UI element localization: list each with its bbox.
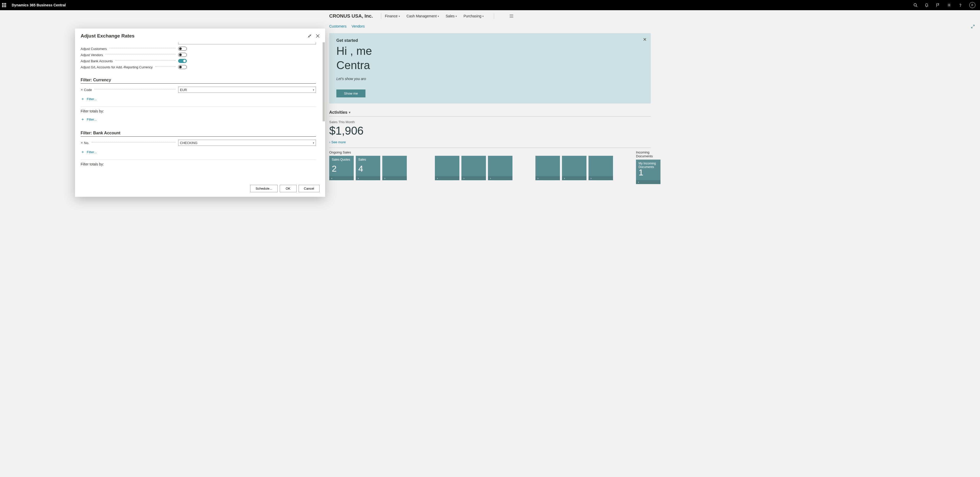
chevron-right-icon: › — [358, 177, 359, 180]
nav-cash-management[interactable]: Cash Management▾ — [407, 14, 439, 18]
adjust-gl-accounts-label: Adjust G/L Accounts for Add.-Reporting C… — [81, 65, 153, 69]
dotted-leader — [115, 60, 176, 61]
adjust-bank-accounts-label: Adjust Bank Accounts — [81, 59, 113, 63]
tile-number: 4 — [358, 164, 363, 174]
add-filter-currency[interactable]: ＋ Filter... — [81, 97, 316, 102]
topbar: Dynamics 365 Business Central F — [0, 0, 980, 10]
see-more-label: See more — [331, 140, 345, 144]
close-icon[interactable]: ✕ — [643, 37, 647, 42]
hero-subtext: Let's show you aro — [336, 77, 644, 81]
flag-icon[interactable] — [935, 3, 940, 7]
activities-header[interactable]: Activities ▾ — [329, 110, 651, 117]
adjust-customers-label: Adjust Customers — [81, 47, 107, 51]
bell-icon[interactable] — [924, 3, 929, 7]
chevron-right-icon: › — [638, 181, 639, 184]
ongoing-sales-title: Ongoing Sales — [329, 151, 407, 154]
nav-sales-label: Sales — [445, 14, 455, 18]
mid-group-2: › › › — [535, 151, 613, 184]
add-filter-label: Filter... — [87, 117, 97, 121]
ok-button[interactable]: OK — [280, 185, 297, 192]
tile-placeholder[interactable]: › — [461, 156, 486, 180]
tile-title: Sales — [358, 158, 378, 162]
show-me-button[interactable]: Show me — [336, 89, 366, 97]
search-icon[interactable] — [913, 3, 918, 7]
dialog-body[interactable]: x Adjust Customers Adjust Vendors Adjust… — [75, 42, 325, 181]
bank-no-combo[interactable]: CHECKING ▾ — [178, 140, 316, 146]
chevron-down-icon: ▾ — [438, 15, 439, 17]
dialog-title: Adjust Exchange Rates — [81, 33, 135, 39]
chevron-down-icon: ▾ — [482, 15, 484, 17]
page: CRONUS USA, Inc. Finance▾ Cash Managemen… — [0, 10, 980, 477]
code-label: Code — [84, 88, 92, 92]
tile-placeholder[interactable]: › — [535, 156, 560, 180]
document-no-input[interactable] — [178, 42, 316, 44]
tile-number: 2 — [332, 164, 337, 174]
see-more-link[interactable]: › See more — [329, 140, 651, 148]
cancel-button[interactable]: Cancel — [299, 185, 320, 192]
adjust-bank-accounts-toggle[interactable] — [178, 59, 187, 63]
bank-no-value: CHECKING — [180, 141, 197, 145]
svg-point-2 — [948, 5, 950, 6]
chevron-right-icon: › — [490, 177, 491, 180]
tile-sales-quotes[interactable]: Sales Quotes 2 › — [329, 156, 354, 180]
nav-purchasing[interactable]: Purchasing▾ — [463, 14, 484, 18]
close-icon[interactable] — [316, 34, 320, 38]
remove-filter-icon[interactable]: ✕ — [81, 141, 83, 144]
secnav-customers[interactable]: Customers — [329, 24, 347, 28]
tile-sales[interactable]: Sales 4 › — [356, 156, 380, 180]
plus-icon: ＋ — [81, 117, 85, 122]
schedule-button[interactable]: Schedule... — [250, 185, 277, 192]
dotted-leader — [105, 54, 176, 55]
tile-title: Sales Quotes — [332, 158, 351, 162]
avatar-initial: F — [972, 3, 974, 6]
adjust-vendors-toggle[interactable] — [178, 53, 187, 57]
help-icon[interactable] — [958, 3, 963, 7]
tile-placeholder[interactable]: › — [382, 156, 407, 180]
tile-placeholder[interactable]: › — [435, 156, 460, 180]
nav-sales[interactable]: Sales▾ — [445, 14, 457, 18]
app-launcher-icon[interactable] — [2, 3, 6, 7]
metric-value: $1,906 — [329, 124, 651, 137]
nav-finance-label: Finance — [385, 14, 398, 18]
company-row: CRONUS USA, Inc. Finance▾ Cash Managemen… — [329, 10, 651, 22]
add-filter-bank[interactable]: ＋ Filter... — [81, 149, 316, 155]
adjust-vendors-label: Adjust Vendors — [81, 53, 103, 57]
expand-icon[interactable] — [971, 24, 975, 29]
tile-placeholder[interactable]: › — [488, 156, 512, 180]
secnav-vendors[interactable]: Vendors — [352, 24, 365, 28]
chevron-down-icon: ▾ — [349, 111, 350, 114]
nav-finance[interactable]: Finance▾ — [385, 14, 400, 18]
plus-icon: ＋ — [81, 149, 85, 155]
chevron-down-icon: ▾ — [399, 15, 400, 17]
add-filter-currency-totals[interactable]: ＋ Filter... — [81, 117, 316, 122]
tile-my-incoming-documents[interactable]: My Incoming Documents 1 › — [636, 160, 660, 184]
adjust-gl-accounts-toggle[interactable] — [178, 65, 187, 69]
filter-totals-bank: Filter totals by: — [81, 159, 316, 166]
remove-filter-icon[interactable]: ✕ — [81, 88, 83, 92]
more-menu-icon[interactable] — [509, 14, 514, 17]
gear-icon[interactable] — [947, 3, 951, 7]
dotted-leader — [110, 48, 176, 48]
currency-code-value: EUR — [180, 88, 187, 92]
dialog-footer: Schedule... OK Cancel — [75, 181, 325, 197]
scrollbar[interactable] — [323, 42, 325, 121]
svg-line-1 — [916, 6, 917, 7]
tile-placeholder[interactable]: › — [562, 156, 587, 180]
svg-point-0 — [914, 3, 916, 6]
adjust-customers-toggle[interactable] — [178, 47, 187, 51]
collapse-icon[interactable] — [308, 34, 311, 38]
chevron-right-icon: › — [437, 177, 438, 180]
currency-code-combo[interactable]: EUR ▾ — [178, 87, 316, 93]
add-filter-label: Filter... — [87, 97, 97, 101]
avatar[interactable]: F — [969, 2, 975, 8]
chevron-down-icon: ▾ — [313, 89, 314, 91]
chevron-right-icon: › — [590, 177, 592, 180]
activities-title: Activities — [329, 110, 347, 115]
secondary-nav: Customers Vendors — [329, 22, 651, 30]
company-name[interactable]: CRONUS USA, Inc. — [329, 13, 377, 19]
tile-placeholder[interactable]: › — [589, 156, 613, 180]
ongoing-sales-group: Ongoing Sales Sales Quotes 2 › Sales 4 ›… — [329, 151, 407, 184]
nav-purchasing-label: Purchasing — [463, 14, 481, 18]
app-title: Dynamics 365 Business Central — [12, 3, 66, 7]
add-filter-label: Filter... — [87, 150, 97, 154]
